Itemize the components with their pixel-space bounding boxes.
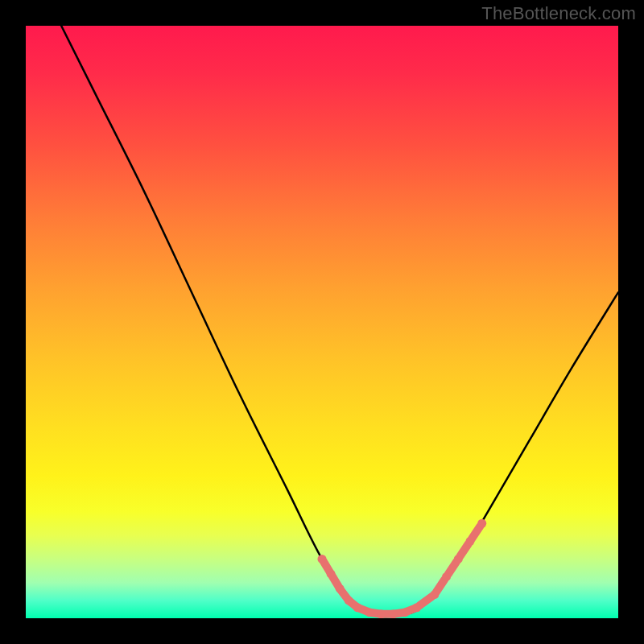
highlighted-markers — [318, 519, 487, 618]
chart-container: TheBottleneck.com — [0, 0, 644, 644]
chart-svg — [26, 26, 618, 618]
curve-line — [61, 26, 618, 617]
marker-dash — [436, 580, 444, 592]
marker-dot — [389, 609, 398, 618]
marker-dot — [327, 569, 336, 578]
marker-dot — [442, 572, 451, 581]
marker-dot — [466, 537, 475, 546]
marker-dot — [430, 590, 439, 599]
marker-dot — [412, 603, 421, 612]
marker-dot — [336, 584, 345, 593]
marker-dot — [365, 608, 374, 617]
marker-dash — [472, 526, 480, 539]
marker-dot — [477, 519, 486, 528]
marker-dash — [419, 597, 431, 605]
marker-dash — [448, 562, 456, 574]
marker-dot — [345, 596, 353, 605]
marker-dot — [454, 555, 463, 564]
marker-dot — [353, 603, 362, 612]
marker-dot — [318, 555, 327, 564]
marker-dot — [401, 608, 410, 617]
marker-dot — [377, 609, 386, 618]
plot-area — [26, 26, 618, 618]
marker-dash — [460, 544, 468, 556]
watermark-text: TheBottleneck.com — [481, 3, 636, 24]
